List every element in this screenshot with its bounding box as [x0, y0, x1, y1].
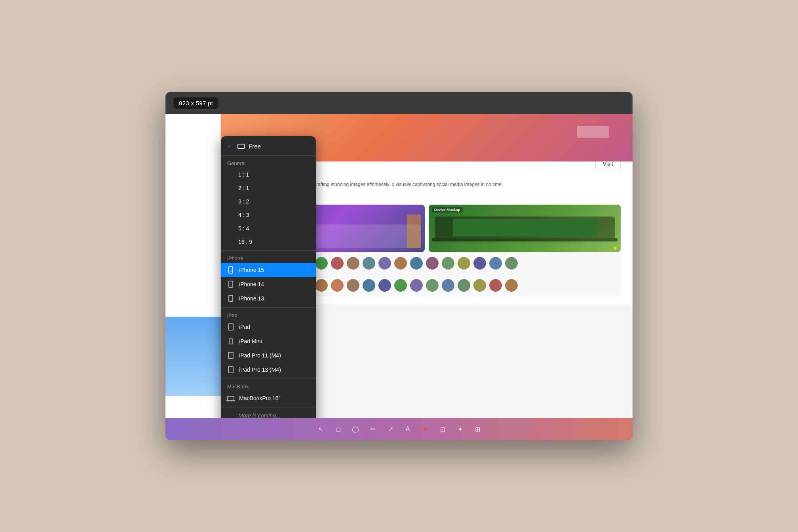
menu-item-macbook-pro[interactable]: MacBookPro 16"	[221, 391, 316, 405]
ratio-label: 1 : 1	[238, 171, 249, 178]
bottom-toolbar: ↖ ◻ ◯ ✏ ↗ A ● ⊡ ✦ ⊞	[165, 418, 633, 440]
menu-item-more-coming: More is coming...	[221, 409, 316, 418]
avatar	[378, 256, 392, 270]
free-label: Free	[249, 143, 261, 150]
separator	[221, 307, 316, 308]
ipad-pro-13-icon	[227, 366, 234, 373]
toolbar: 823 x 597 pt	[165, 92, 633, 114]
menu-item-ipad-mini[interactable]: iPad Mini	[221, 334, 316, 348]
ipad-label: iPad	[239, 324, 250, 330]
crop-icon[interactable]: ⊡	[437, 424, 448, 435]
shape-icon[interactable]: ◻	[332, 424, 344, 435]
separator	[221, 250, 316, 251]
macbook-icon	[227, 395, 234, 402]
avatar	[393, 278, 408, 293]
screenshot-2: Device Mockup	[429, 205, 621, 252]
avatar	[457, 256, 471, 270]
dropdown-menu: ✓ Free General 1 : 1 2 : 1 3 : 2 4 : 3	[221, 136, 316, 418]
avatar	[346, 256, 360, 270]
avatar	[409, 256, 424, 270]
menu-item-free[interactable]: ✓ Free	[221, 139, 316, 154]
avatar	[378, 278, 392, 293]
avatar	[346, 278, 360, 293]
avatar	[488, 278, 503, 293]
screenshot-2-label: Device Mockup	[432, 207, 463, 213]
circle-icon[interactable]: ◯	[350, 424, 361, 435]
avatar	[425, 256, 439, 270]
menu-item-1-1[interactable]: 1 : 1	[221, 168, 316, 181]
separator	[221, 378, 316, 379]
ratio-label: 3 : 2	[238, 198, 249, 205]
avatar	[488, 256, 503, 270]
avatar	[362, 256, 376, 270]
menu-item-5-4[interactable]: 5 : 4	[221, 222, 316, 235]
arrow-icon[interactable]: ↗	[385, 424, 396, 435]
avatar	[473, 256, 487, 270]
menu-item-iphone-13[interactable]: iPhone 13	[221, 291, 316, 306]
text-icon[interactable]: A	[402, 424, 413, 435]
menu-item-ipad-pro-11[interactable]: iPad Pro 11 (M4)	[221, 348, 316, 363]
ratio-label: 4 : 3	[238, 212, 249, 218]
menu-item-3-2[interactable]: 3 : 2	[221, 195, 316, 208]
separator	[221, 155, 316, 156]
menu-item-2-1[interactable]: 2 : 1	[221, 181, 316, 195]
iphone-icon	[227, 281, 234, 288]
iphone-section-label: iPhone	[221, 252, 316, 263]
separator	[221, 407, 316, 407]
avatar	[314, 256, 329, 270]
avatar	[393, 256, 408, 270]
more-icon[interactable]: ⊞	[472, 424, 483, 435]
ipad-mini-icon	[227, 338, 234, 345]
avatar	[457, 278, 471, 293]
ipad-pro-11-icon	[227, 352, 234, 359]
app-window: 823 x 597 pt ✕ Visit Beautiful & Creativ…	[165, 92, 633, 440]
dimension-badge: 823 x 597 pt	[173, 97, 218, 109]
checkmark-icon: ✓	[227, 143, 234, 149]
more-coming-label: More is coming...	[238, 412, 281, 418]
menu-item-ipad-pro-13[interactable]: iPad Pro 13 (M4)	[221, 363, 316, 377]
sticker-icon[interactable]: ✦	[454, 424, 466, 435]
avatar	[314, 278, 329, 293]
avatar	[409, 278, 424, 293]
pen-icon[interactable]: ✏	[367, 424, 378, 435]
free-icon	[238, 142, 245, 150]
iphone-15-label: iPhone 15	[239, 267, 264, 273]
avatar	[504, 278, 519, 293]
menu-item-iphone-14[interactable]: iPhone 14	[221, 277, 316, 291]
ipad-mini-label: iPad Mini	[239, 338, 262, 344]
blue-panel	[165, 317, 221, 396]
macbook-section-label: MacBook	[221, 380, 316, 391]
ipad-icon	[227, 323, 234, 331]
general-section-label: General	[221, 157, 316, 168]
ratio-label: 16 : 9	[238, 239, 252, 245]
ratio-label: 2 : 1	[238, 185, 249, 191]
avatar	[425, 278, 439, 293]
ipad-pro-13-label: iPad Pro 13 (M4)	[239, 367, 281, 373]
avatar	[441, 278, 455, 293]
macbook-pro-label: MacBookPro 16"	[239, 395, 281, 401]
site-logo	[577, 126, 609, 138]
ipad-section-label: iPad	[221, 309, 316, 320]
color-icon[interactable]: ●	[420, 424, 431, 435]
avatar	[330, 256, 344, 270]
avatar	[504, 256, 519, 270]
menu-item-4-3[interactable]: 4 : 3	[221, 208, 316, 222]
menu-item-16-9[interactable]: 16 : 9	[221, 235, 316, 249]
menu-item-ipad[interactable]: iPad	[221, 320, 316, 334]
canvas-area: ✕ Visit Beautiful & Creative a screen ca…	[165, 114, 633, 418]
cursor-icon[interactable]: ↖	[315, 424, 326, 435]
avatar	[362, 278, 376, 293]
ipad-pro-11-label: iPad Pro 11 (M4)	[239, 352, 281, 359]
iphone-icon	[227, 295, 234, 302]
menu-item-iphone-15[interactable]: iPhone 15	[221, 263, 316, 277]
ratio-label: 5 : 4	[238, 225, 249, 232]
avatar	[330, 278, 344, 293]
iphone-icon	[227, 266, 234, 274]
avatar	[441, 256, 455, 270]
iphone-13-label: iPhone 13	[239, 295, 264, 302]
avatar	[473, 278, 487, 293]
iphone-14-label: iPhone 14	[239, 281, 264, 287]
